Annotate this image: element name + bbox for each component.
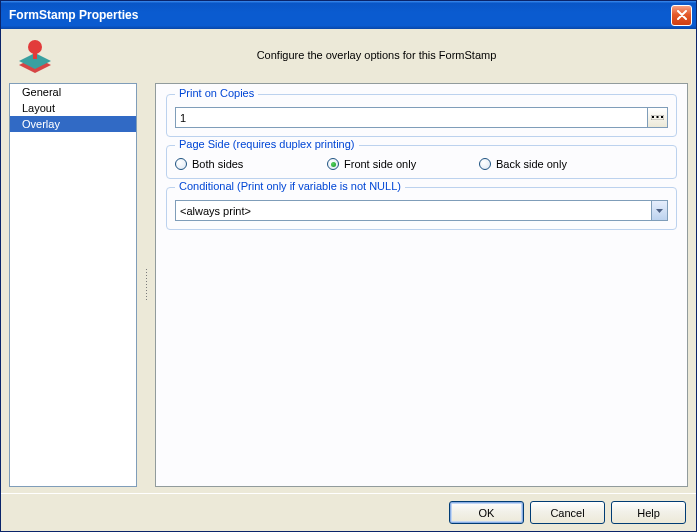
content-panel: Print on Copies Page Side (requires dupl — [155, 83, 688, 487]
ellipsis-icon — [651, 115, 664, 120]
radio-icon — [327, 158, 339, 170]
formstamp-icon — [15, 35, 55, 75]
radio-label: Front side only — [344, 158, 416, 170]
header: Configure the overlay options for this F… — [1, 29, 696, 81]
body: General Layout Overlay Print on Copies — [1, 81, 696, 493]
svg-rect-5 — [657, 116, 659, 118]
legend-conditional: Conditional (Print only if variable is n… — [175, 180, 405, 192]
conditional-select[interactable]: <always print> — [175, 200, 652, 221]
svg-rect-4 — [652, 116, 654, 118]
group-print-on-copies: Print on Copies — [166, 94, 677, 137]
svg-rect-6 — [661, 116, 663, 118]
conditional-value: <always print> — [180, 205, 251, 217]
svg-rect-3 — [33, 51, 37, 59]
window-title: FormStamp Properties — [9, 8, 671, 22]
footer: OK Cancel Help — [1, 493, 696, 531]
category-list[interactable]: General Layout Overlay — [9, 83, 137, 487]
chevron-down-icon — [656, 209, 663, 213]
radio-icon — [175, 158, 187, 170]
grip-icon — [145, 268, 148, 302]
radio-front-side-only[interactable]: Front side only — [327, 158, 479, 170]
formstamp-properties-dialog: FormStamp Properties Configure the overl… — [0, 0, 697, 532]
print-on-copies-browse-button[interactable] — [647, 107, 668, 128]
radio-back-side-only[interactable]: Back side only — [479, 158, 631, 170]
radio-label: Back side only — [496, 158, 567, 170]
nav-item-overlay[interactable]: Overlay — [10, 116, 136, 132]
print-on-copies-input[interactable] — [175, 107, 648, 128]
header-description: Configure the overlay options for this F… — [67, 49, 686, 61]
nav-item-general[interactable]: General — [10, 84, 136, 100]
radio-icon — [479, 158, 491, 170]
close-button[interactable] — [671, 5, 692, 26]
radio-label: Both sides — [192, 158, 243, 170]
legend-page-side: Page Side (requires duplex printing) — [175, 138, 359, 150]
splitter[interactable] — [143, 83, 149, 487]
conditional-dropdown-button[interactable] — [651, 200, 668, 221]
nav-item-layout[interactable]: Layout — [10, 100, 136, 116]
close-icon — [677, 10, 687, 20]
legend-print-on-copies: Print on Copies — [175, 87, 258, 99]
help-button[interactable]: Help — [611, 501, 686, 524]
radio-both-sides[interactable]: Both sides — [175, 158, 327, 170]
titlebar[interactable]: FormStamp Properties — [1, 1, 696, 29]
group-page-side: Page Side (requires duplex printing) Bot… — [166, 145, 677, 179]
group-conditional: Conditional (Print only if variable is n… — [166, 187, 677, 230]
ok-button[interactable]: OK — [449, 501, 524, 524]
cancel-button[interactable]: Cancel — [530, 501, 605, 524]
